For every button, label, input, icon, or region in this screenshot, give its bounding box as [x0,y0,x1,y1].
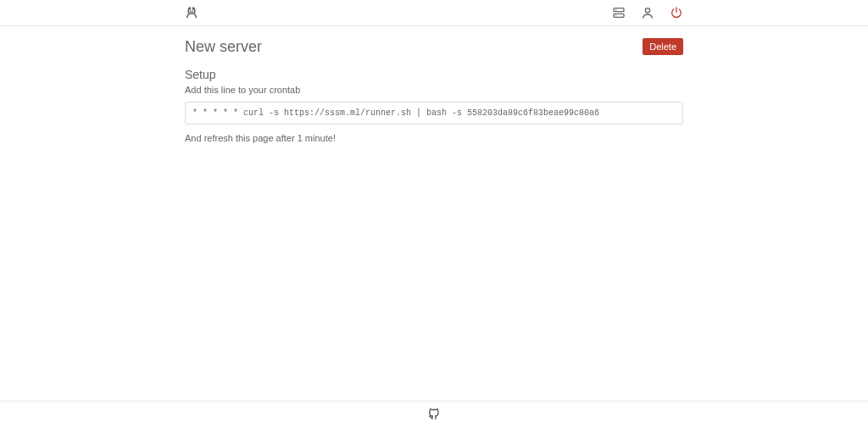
setup-instruction: Add this line to your crontab [185,85,683,95]
refresh-note: And refresh this page after 1 minute! [185,133,683,143]
cat-icon [185,6,198,19]
svg-rect-2 [614,8,624,12]
brand-link[interactable] [185,6,198,19]
setup-heading: Setup [185,68,683,81]
page-title: New server [185,38,262,56]
github-icon [427,407,441,420]
main-content: New server Delete Setup Add this line to… [183,26,685,401]
nav-servers[interactable] [612,6,626,19]
svg-point-1 [192,11,193,12]
nav-logout[interactable] [670,6,683,19]
nav-account[interactable] [641,6,654,19]
power-icon [670,6,683,19]
site-header [0,0,868,26]
github-link[interactable] [427,407,441,424]
user-icon [641,6,654,19]
svg-point-0 [190,11,191,12]
delete-button[interactable]: Delete [643,38,683,55]
svg-rect-3 [614,14,624,17]
server-icon [612,6,626,19]
svg-point-6 [645,8,649,13]
header-nav [612,6,683,19]
site-footer [0,401,868,432]
crontab-line[interactable]: * * * * * curl -s https://sssm.ml/runner… [185,102,683,125]
